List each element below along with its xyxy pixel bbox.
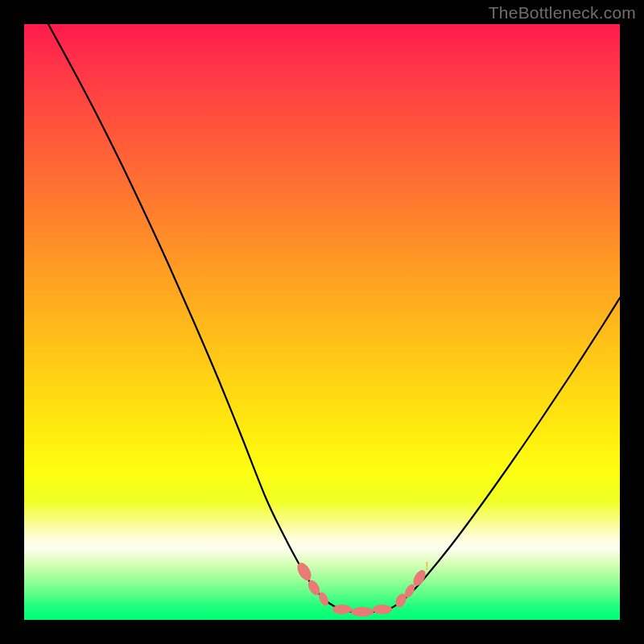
chart-svg: !: [24, 24, 620, 620]
watermark-text: TheBottleneck.com: [489, 3, 636, 23]
valley-markers: [295, 560, 428, 617]
annotation-text: !: [425, 559, 429, 572]
valley-marker: [295, 560, 314, 583]
chart-frame: ! TheBottleneck.com: [0, 0, 644, 644]
valley-marker: [351, 607, 374, 617]
curve-line: [48, 24, 620, 612]
annotations: !: [425, 559, 429, 572]
valley-marker: [373, 605, 392, 614]
valley-marker: [332, 605, 352, 614]
plot-area: !: [24, 24, 620, 620]
